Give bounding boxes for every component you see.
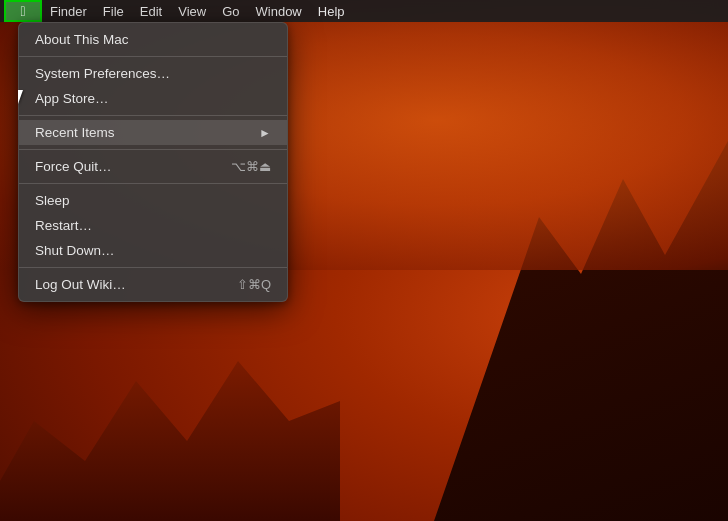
apple-icon:  <box>20 4 25 18</box>
menubar:  Finder File Edit View Go Window Help <box>0 0 728 22</box>
menu-separator-4 <box>19 183 287 184</box>
menubar-items: Finder File Edit View Go Window Help <box>42 0 353 22</box>
menubar-view[interactable]: View <box>170 0 214 22</box>
menu-separator-5 <box>19 267 287 268</box>
menu-item-app-store-label: App Store… <box>35 91 271 106</box>
menu-item-about-label: About This Mac <box>35 32 271 47</box>
menu-separator-2 <box>19 115 287 116</box>
menu-item-restart-label: Restart… <box>35 218 271 233</box>
menu-item-log-out[interactable]: Log Out Wiki… ⇧⌘Q <box>19 272 287 297</box>
menubar-help[interactable]: Help <box>310 0 353 22</box>
apple-menu-button[interactable]:  <box>4 0 42 22</box>
menu-item-shut-down-label: Shut Down… <box>35 243 271 258</box>
menu-item-force-quit-shortcut: ⌥⌘⏏ <box>231 159 271 174</box>
menu-item-force-quit[interactable]: Force Quit… ⌥⌘⏏ <box>19 154 287 179</box>
menu-item-recent-items[interactable]: Recent Items ► <box>19 120 287 145</box>
menu-separator-3 <box>19 149 287 150</box>
menu-item-recent-items-label: Recent Items <box>35 125 259 140</box>
menu-item-log-out-label: Log Out Wiki… <box>35 277 217 292</box>
menubar-edit[interactable]: Edit <box>132 0 170 22</box>
apple-dropdown-menu: About This Mac System Preferences… App S… <box>18 22 288 302</box>
menu-item-sleep-label: Sleep <box>35 193 271 208</box>
menu-item-about[interactable]: About This Mac <box>19 27 287 52</box>
menu-separator-1 <box>19 56 287 57</box>
menubar-window[interactable]: Window <box>248 0 310 22</box>
menubar-file[interactable]: File <box>95 0 132 22</box>
menu-item-system-prefs[interactable]: System Preferences… <box>19 61 287 86</box>
menu-item-log-out-shortcut: ⇧⌘Q <box>237 277 271 292</box>
menu-item-shut-down[interactable]: Shut Down… <box>19 238 287 263</box>
menu-item-force-quit-label: Force Quit… <box>35 159 211 174</box>
menu-item-restart[interactable]: Restart… <box>19 213 287 238</box>
menu-item-sleep[interactable]: Sleep <box>19 188 287 213</box>
menubar-go[interactable]: Go <box>214 0 247 22</box>
menu-item-app-store[interactable]: App Store… <box>19 86 287 111</box>
submenu-arrow-icon: ► <box>259 126 271 140</box>
menubar-finder[interactable]: Finder <box>42 0 95 22</box>
menu-item-system-prefs-label: System Preferences… <box>35 66 271 81</box>
